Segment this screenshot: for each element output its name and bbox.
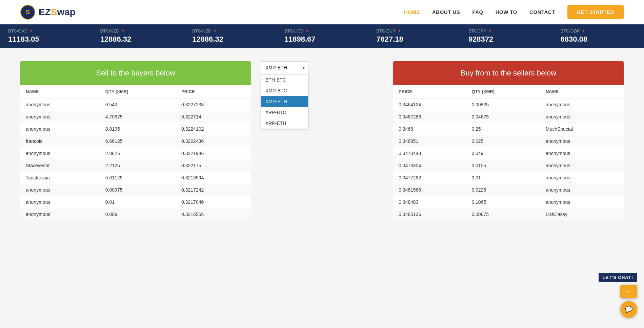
pair-option[interactable]: ETH-BTC: [261, 74, 308, 85]
sell-cell-name: anonymous: [20, 196, 100, 208]
buy-row[interactable]: 0.3485136 0.00875 ListClassy: [393, 208, 624, 220]
sell-table: NAME QTY (XMR) PRICE anonymous 0.543 0.3…: [20, 85, 251, 220]
ticker-item-1: BTC/NZD ▼ 12886.32: [92, 24, 184, 48]
pair-select-container: ETH-BTCXMR-BTCXMR-ETHXRP-BTCXRP-ETH ▼ ET…: [261, 61, 308, 74]
buy-row[interactable]: 0.3468 0.25 MuchSpecial: [393, 123, 624, 135]
buy-cell-name: MuchSpecial: [540, 123, 624, 135]
sell-cell-name: anonymous: [20, 208, 100, 220]
sell-cell-price: 0.3221946: [176, 147, 251, 159]
ticker-price-4: 7627.18: [376, 35, 452, 44]
ticker-price-3: 11898.67: [284, 35, 360, 44]
ticker-item-2: BTC/NZD ▼ 12886.32: [184, 24, 276, 48]
ticker-item-5: BTC/JPY ▼ 928372: [460, 24, 552, 48]
sell-cell-qty: 5.01125: [100, 172, 176, 184]
sell-cell-qty: 2.2125: [100, 159, 176, 172]
ticker-item-0: BTC/CAD ▼ 11183.05: [0, 24, 92, 48]
sell-row[interactable]: francois 6.66125 0.3222436: [20, 135, 251, 147]
buy-cell-qty: 0.049: [466, 147, 540, 159]
sell-row[interactable]: anonymous 0.543 0.3227238: [20, 99, 251, 111]
buy-cell-price: 0.3468: [393, 123, 466, 135]
buy-row[interactable]: 0.3481566 0.0225 anonymous: [393, 184, 624, 196]
sell-cell-price: 0.3222436: [176, 135, 251, 147]
buy-cell-qty: 0.1065: [466, 196, 540, 208]
buy-cell-name: ListClassy: [540, 208, 624, 220]
pair-select-wrapper: ETH-BTCXMR-BTCXMR-ETHXRP-BTCXRP-ETH ▼: [261, 61, 308, 74]
sell-cell-name: francois: [20, 135, 100, 147]
sell-row[interactable]: Staceyeobr 2.2125 0.322175: [20, 159, 251, 172]
sell-col-name: NAME: [20, 85, 100, 99]
nav-howto[interactable]: HOW TO: [496, 9, 517, 15]
buy-col-name: NAME: [540, 85, 624, 99]
buy-row[interactable]: 0.3464124 0.00825 anonymous: [393, 99, 624, 111]
ticker-price-0: 11183.05: [8, 35, 84, 44]
sell-row[interactable]: anonymous 2.8825 0.3221946: [20, 147, 251, 159]
sell-cell-name: anonymous: [20, 111, 100, 123]
sell-cell-qty: 0.00975: [100, 184, 176, 196]
sell-row[interactable]: anonymous 4.70675 0.322714: [20, 111, 251, 123]
ticker-pair-3: BTC/USD ▼: [284, 28, 360, 34]
buy-cell-price: 0.348483: [393, 196, 466, 208]
buy-cell-price: 0.346851: [393, 135, 466, 147]
buy-row[interactable]: 0.3477282 0.01 anonymous: [393, 172, 624, 184]
nav-contact[interactable]: CONTACT: [529, 9, 555, 15]
buy-row[interactable]: 0.346851 0.025 anonymous: [393, 135, 624, 147]
buy-cell-price: 0.3464124: [393, 99, 466, 111]
ticker-price-1: 12886.32: [100, 35, 176, 44]
buy-cell-name: anonymous: [540, 172, 624, 184]
buy-table: PRICE QTY (XMR) NAME 0.3464124 0.00825 a…: [393, 85, 624, 220]
ticker-pair-6: BTC/GBP ▼: [560, 28, 636, 34]
sell-cell-qty: 8.8195: [100, 123, 176, 135]
sell-cell-price: 0.322714: [176, 111, 251, 123]
buy-row[interactable]: 0.3470448 0.049 anonymous: [393, 147, 624, 159]
nav-about[interactable]: ABOUT US: [432, 9, 460, 15]
buy-cell-name: anonymous: [540, 111, 624, 123]
buy-row[interactable]: 0.3467286 0.04675 anonymous: [393, 111, 624, 123]
sell-cell-name: anonymous: [20, 99, 100, 111]
sell-row[interactable]: Taostrossia 5.01125 0.3219594: [20, 172, 251, 184]
ticker-item-3: BTC/USD ▼ 11898.67: [276, 24, 368, 48]
pair-option[interactable]: XMR-BTC: [261, 85, 308, 96]
pair-dropdown-open: ETH-BTCXMR-BTCXMR-ETHXRP-BTCXRP-ETH: [261, 74, 308, 129]
buy-cell-qty: 0.25: [466, 123, 540, 135]
ticker-arrow-6: ▼: [582, 29, 585, 33]
buy-cell-name: anonymous: [540, 196, 624, 208]
sell-col-qty: QTY (XMR): [100, 85, 176, 99]
ticker-price-5: 928372: [468, 35, 544, 44]
buy-cell-name: anonymous: [540, 99, 624, 111]
buy-cell-name: anonymous: [540, 184, 624, 196]
ticker-pair-2: BTC/NZD ▼: [192, 28, 268, 34]
sell-row[interactable]: anonymous 0.01 0.3217046: [20, 196, 251, 208]
sell-row[interactable]: anonymous 0.00975 0.3217242: [20, 184, 251, 196]
buy-cell-name: anonymous: [540, 147, 624, 159]
ticker-item-6: BTC/GBP ▼ 6830.08: [552, 24, 644, 48]
buy-cell-price: 0.3470448: [393, 147, 466, 159]
buy-row[interactable]: 0.348483 0.1065 anonymous: [393, 196, 624, 208]
logo-ez: EZ: [39, 7, 51, 17]
nav-faq[interactable]: FAQ: [472, 9, 483, 15]
ticker-pair-4: BTC/EUR ▼: [376, 28, 452, 34]
buy-cell-price: 0.3473304: [393, 159, 466, 172]
buy-row[interactable]: 0.3473304 0.0155 anonymous: [393, 159, 624, 172]
buy-cell-price: 0.3467286: [393, 111, 466, 123]
ticker-arrow-5: ▼: [488, 29, 492, 33]
ticker-arrow-0: ▼: [29, 29, 33, 33]
pair-select[interactable]: ETH-BTCXMR-BTCXMR-ETHXRP-BTCXRP-ETH: [261, 61, 308, 74]
buy-col-qty: QTY (XMR): [466, 85, 540, 99]
get-started-button[interactable]: GET STARTED: [567, 5, 624, 19]
buy-header: Buy from to the sellers below: [393, 61, 624, 85]
sell-cell-qty: 0.543: [100, 99, 176, 111]
sell-header: Sell to the buyers below: [20, 61, 251, 85]
nav-home[interactable]: HOME: [404, 9, 420, 15]
buy-cell-price: 0.3485136: [393, 208, 466, 220]
buy-cell-qty: 0.0225: [466, 184, 540, 196]
pair-option[interactable]: XRP-BTC: [261, 107, 308, 118]
pair-option[interactable]: XRP-ETH: [261, 118, 308, 129]
ticker-arrow-2: ▼: [214, 29, 217, 33]
sell-cell-name: anonymous: [20, 184, 100, 196]
sell-row[interactable]: anonymous 0.009 0.3216556: [20, 208, 251, 220]
pair-option[interactable]: XMR-ETH: [261, 96, 308, 107]
buy-cell-qty: 0.01: [466, 172, 540, 184]
sell-cell-qty: 6.66125: [100, 135, 176, 147]
sell-row[interactable]: anonymous 8.8195 0.3224102: [20, 123, 251, 135]
buy-cell-price: 0.3477282: [393, 172, 466, 184]
